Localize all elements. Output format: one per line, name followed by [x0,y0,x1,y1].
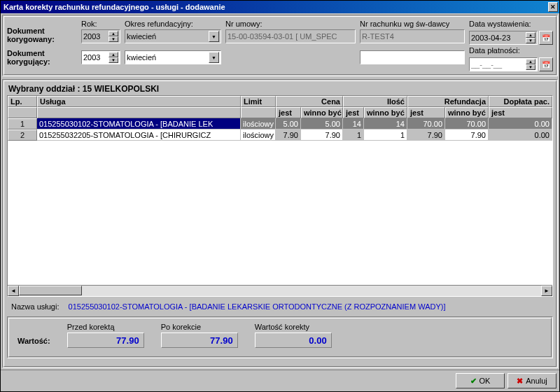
value-przed: 77.90 [67,332,144,348]
col-refundacja[interactable]: Refundacja [407,96,489,107]
correcting-rok[interactable]: 2003 ▲▼ [81,50,120,64]
grid: Lp. Usługa Limit Cena Ilość Refundacja D… [7,95,553,297]
window-title: Karta korekty rachunku refundacyjnego - … [4,3,225,11]
label-przed: Przed korektą [67,323,144,331]
col-usluga[interactable]: Usługa [37,96,241,107]
spinner[interactable]: ▲▼ [526,32,536,43]
label-data-wyst: Data wystawienia: [469,20,553,28]
scroll-left-button[interactable]: ◄ [8,286,19,296]
correcting-rach-input[interactable] [360,50,465,64]
close-button[interactable]: ✕ [548,2,558,12]
cancel-button[interactable]: ✖ Anuluj [507,373,556,388]
corrected-okres: kwiecień ▼ [125,29,221,43]
col-limit[interactable]: Limit [241,96,276,107]
main-panel: Wybrany oddział : 15 WIELKOPOLSKI Lp. Us… [2,79,558,368]
horizontal-scrollbar[interactable]: ◄ ► [8,285,552,296]
label-umowa: Nr umowy: [225,20,356,28]
corrected-umowa: 15-00-03594-03-01 [ UM_SPEC [225,29,356,43]
section-header: Wybrany oddział : 15 WIELKOPOLSKI [4,81,556,95]
col-cena[interactable]: Cena [276,96,343,107]
label-po: Po korekcie [161,323,238,331]
titlebar: Karta korekty rachunku refundacyjnego - … [1,1,559,13]
label-rok: Rok: [81,20,120,28]
spinner[interactable]: ▲▼ [108,31,118,42]
table-row[interactable]: 1 015255030102-STOMATOLOGIA - [BADANIE L… [8,118,552,130]
correcting-okres[interactable]: kwiecień ▼ [125,50,221,64]
calendar-icon[interactable]: 📅 [539,57,553,71]
label-okres: Okres refundacyjny: [125,20,221,28]
corrected-rok: 2003 ▲▼ [81,29,120,43]
value-korekta: 0.00 [255,332,332,348]
value-po: 77.90 [161,332,238,348]
scroll-thumb[interactable] [19,286,82,295]
label-dokument-korygujacy: Dokument korygujący: [7,49,77,66]
label-korekta: Wartość korekty [255,323,332,331]
calendar-icon[interactable]: 📅 [539,31,553,45]
corrected-data-wyst: 2003-04-23 ▲▼ [469,31,538,45]
chevron-down-icon[interactable]: ▼ [209,31,219,42]
window: Karta korekty rachunku refundacyjnego - … [0,0,560,392]
service-name-label: Nazwa usługi: [11,302,59,311]
grid-body: 1 015255030102-STOMATOLOGIA - [BADANIE L… [8,118,552,285]
label-dokument-korygowany: Dokument korygowany: [7,27,77,43]
spinner[interactable]: ▲▼ [108,52,118,63]
totals-panel-outer: Wartość: Przed korektą 77.90 Po korekcie… [7,316,553,358]
spinner[interactable]: ▲▼ [526,59,536,70]
form-panel: Dokument korygowany: Rok: 2003 ▲▼ Okres … [2,15,558,76]
footer: ✔ OK ✖ Anuluj [1,370,559,391]
label-wartosc: Wartość: [18,337,50,345]
table-row[interactable]: 2 015255032205-STOMATOLOGIA - [CHIRURGIC… [8,130,552,141]
grid-header: Lp. Usługa Limit Cena Ilość Refundacja D… [8,96,552,107]
label-data-plat: Data płatności: [469,46,553,55]
chevron-down-icon[interactable]: ▼ [209,52,219,63]
grid-subheader: jest winno być jest winno być jest winno… [8,107,552,118]
close-icon: ✖ [517,377,523,386]
col-ilosc[interactable]: Ilość [343,96,407,107]
data-platnosci-input[interactable]: __-__-__ ▲▼ [469,57,538,71]
check-icon: ✔ [470,377,477,386]
scroll-right-button[interactable]: ► [541,286,552,296]
corrected-rach: R-TEST4 [360,29,465,43]
service-name-value: 015255030102-STOMATOLOGIA - [BADANIE LEK… [69,302,446,311]
label-rachunek: Nr rachunku wg św-dawcy [360,20,465,28]
col-lp[interactable]: Lp. [8,96,37,107]
service-name-row: Nazwa usługi: 015255030102-STOMATOLOGIA … [4,297,556,316]
ok-button[interactable]: ✔ OK [456,373,505,388]
col-doplata[interactable]: Dopłata pac. [489,96,552,107]
